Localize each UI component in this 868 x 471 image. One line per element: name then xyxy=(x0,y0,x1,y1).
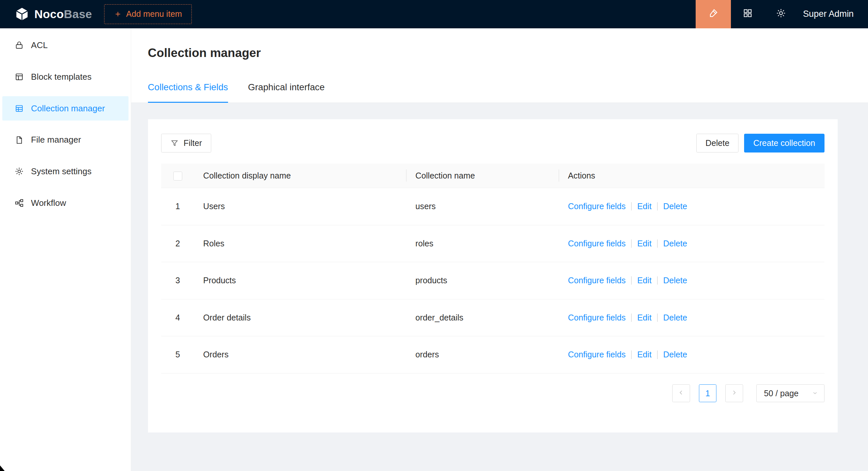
action-configure-fields[interactable]: Configure fields xyxy=(568,239,625,248)
row-actions: Configure fieldsEditDelete xyxy=(568,350,815,359)
settings-button[interactable] xyxy=(764,0,798,28)
row-index: 4 xyxy=(161,299,194,336)
sidebar-item-collection-manager[interactable]: Collection manager xyxy=(2,96,129,121)
delete-button[interactable]: Delete xyxy=(696,134,739,153)
header-collection-name: Collection name xyxy=(407,164,559,188)
lock-icon xyxy=(14,40,24,50)
action-divider xyxy=(631,239,632,248)
row-actions: Configure fieldsEditDelete xyxy=(568,202,815,211)
plus-icon xyxy=(114,10,122,18)
action-divider xyxy=(631,276,632,284)
tab-bar: Collections & Fields Graphical interface xyxy=(148,81,851,102)
row-index: 3 xyxy=(161,262,194,299)
block-icon xyxy=(14,72,24,82)
tab-graphical-interface[interactable]: Graphical interface xyxy=(248,81,324,102)
action-divider xyxy=(631,313,632,322)
workflow-icon xyxy=(14,198,24,208)
cell-collection-name: roles xyxy=(407,225,559,262)
action-delete[interactable]: Delete xyxy=(663,202,687,211)
action-configure-fields[interactable]: Configure fields xyxy=(568,350,625,359)
delete-label: Delete xyxy=(706,138,730,148)
cell-actions: Configure fieldsEditDelete xyxy=(559,336,825,373)
cell-display-name: Orders xyxy=(194,336,407,373)
action-edit[interactable]: Edit xyxy=(637,350,651,359)
action-divider xyxy=(657,202,658,210)
chevron-left-icon xyxy=(678,389,685,398)
collection-icon xyxy=(14,104,24,113)
cell-collection-name: order_details xyxy=(407,299,559,336)
grid-icon xyxy=(742,8,753,21)
action-delete[interactable]: Delete xyxy=(663,350,687,359)
card-toolbar: Filter Delete Create collection xyxy=(161,134,825,153)
page-1-button[interactable]: 1 xyxy=(699,384,717,402)
plugins-button[interactable] xyxy=(731,0,764,28)
tab-collections-fields[interactable]: Collections & Fields xyxy=(148,81,228,102)
cell-display-name: Roles xyxy=(194,225,407,262)
user-menu[interactable]: Super Admin xyxy=(798,9,868,19)
next-page-button[interactable] xyxy=(725,384,743,402)
gear-icon xyxy=(776,8,786,21)
action-delete[interactable]: Delete xyxy=(663,239,687,248)
cell-collection-name: users xyxy=(407,188,559,225)
chevron-right-icon xyxy=(731,389,738,398)
brand-name-light: Base xyxy=(64,8,92,21)
sidebar-item-label: File manager xyxy=(31,135,81,145)
action-configure-fields[interactable]: Configure fields xyxy=(568,313,625,323)
action-edit[interactable]: Edit xyxy=(637,313,651,323)
body-row: ACL Block templates Collection manager F… xyxy=(0,28,868,471)
sidebar-item-file-manager[interactable]: File manager xyxy=(2,128,129,152)
create-collection-button[interactable]: Create collection xyxy=(744,134,824,153)
page-header: Collection manager Collections & Fields … xyxy=(131,28,868,103)
row-index: 5 xyxy=(161,336,194,373)
add-menu-item-button[interactable]: Add menu item xyxy=(104,4,191,24)
action-configure-fields[interactable]: Configure fields xyxy=(568,202,625,211)
sidebar-item-label: Collection manager xyxy=(31,103,105,114)
page-size-select[interactable]: 50 / page xyxy=(756,384,824,402)
app-window: NocoBase Add menu item xyxy=(0,0,868,471)
sidebar-item-acl[interactable]: ACL xyxy=(2,33,129,58)
ui-editor-button[interactable] xyxy=(696,0,731,28)
tab-label: Collections & Fields xyxy=(148,82,228,92)
cell-actions: Configure fieldsEditDelete xyxy=(559,188,825,225)
table-row[interactable]: 2 Roles roles Configure fieldsEditDelete xyxy=(161,225,825,262)
table-row[interactable]: 4 Order details order_details Configure … xyxy=(161,299,825,336)
main-area: Collection manager Collections & Fields … xyxy=(131,28,868,471)
content-area: Filter Delete Create collection xyxy=(131,103,868,471)
table-row[interactable]: 1 Users users Configure fieldsEditDelete xyxy=(161,188,825,225)
action-edit[interactable]: Edit xyxy=(637,276,651,285)
add-menu-item-label: Add menu item xyxy=(126,9,182,19)
cell-display-name: Order details xyxy=(194,299,407,336)
page-number: 1 xyxy=(706,389,710,398)
action-divider xyxy=(657,313,658,322)
cell-collection-name: products xyxy=(407,262,559,299)
row-actions: Configure fieldsEditDelete xyxy=(568,313,815,323)
filter-icon xyxy=(170,139,179,147)
sidebar-item-workflow[interactable]: Workflow xyxy=(2,191,129,215)
filter-button[interactable]: Filter xyxy=(161,134,211,153)
cell-display-name: Products xyxy=(194,262,407,299)
table-header: Collection display name Collection name … xyxy=(161,164,825,188)
cell-actions: Configure fieldsEditDelete xyxy=(559,262,825,299)
select-all-checkbox[interactable] xyxy=(173,172,182,180)
sidebar-item-system-settings[interactable]: System settings xyxy=(2,160,129,184)
action-edit[interactable]: Edit xyxy=(637,239,651,248)
row-actions: Configure fieldsEditDelete xyxy=(568,239,815,248)
action-edit[interactable]: Edit xyxy=(637,202,651,211)
table-row[interactable]: 3 Products products Configure fieldsEdit… xyxy=(161,262,825,299)
create-collection-label: Create collection xyxy=(753,138,815,148)
action-delete[interactable]: Delete xyxy=(663,313,687,323)
prev-page-button[interactable] xyxy=(672,384,690,402)
table-row[interactable]: 5 Orders orders Configure fieldsEditDele… xyxy=(161,336,825,373)
brand-logo[interactable]: NocoBase xyxy=(0,7,104,22)
header-select-cell xyxy=(161,164,194,188)
action-configure-fields[interactable]: Configure fields xyxy=(568,276,625,285)
sidebar-item-label: ACL xyxy=(31,40,48,51)
action-delete[interactable]: Delete xyxy=(663,276,687,285)
table-header-row: Collection display name Collection name … xyxy=(161,164,825,188)
row-index: 2 xyxy=(161,225,194,262)
sidebar-item-block-templates[interactable]: Block templates xyxy=(2,65,129,89)
nocobase-logo-icon xyxy=(14,7,29,22)
cell-actions: Configure fieldsEditDelete xyxy=(559,225,825,262)
cell-collection-name: orders xyxy=(407,336,559,373)
brand-name-bold: Noco xyxy=(34,8,64,21)
